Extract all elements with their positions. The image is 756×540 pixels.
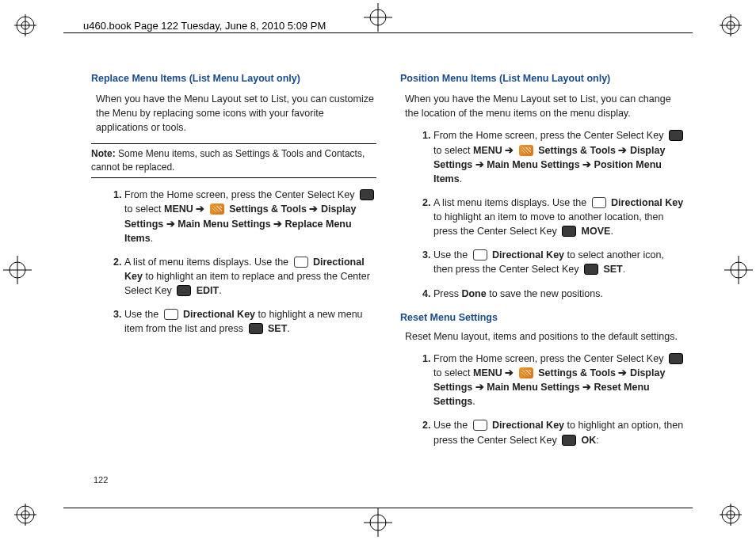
center-select-key-icon [360, 189, 374, 200]
main-menu-label: Main Menu Settings [487, 382, 579, 393]
center-select-key-icon [584, 264, 598, 275]
arrow-icon: ➔ [580, 382, 594, 393]
crop-target-icon [364, 508, 392, 537]
note-block: Note: Some Menu items, such as Settings … [91, 143, 376, 179]
step-4: Press Done to save the new positions. [433, 287, 685, 301]
settings-tools-icon [519, 367, 533, 378]
center-select-key-icon [562, 226, 576, 237]
page-number: 122 [94, 475, 108, 485]
arrow-icon: ➔ [502, 367, 517, 378]
step-text: to highlight an item to move to another … [433, 211, 663, 237]
section-heading-reset: Reset Menu Settings [400, 310, 685, 325]
header-text: u460.book Page 122 Tuesday, June 8, 2010… [83, 20, 330, 32]
set-label: SET [603, 264, 622, 275]
settings-tools-label: Settings & Tools [536, 145, 616, 156]
step-text: A list of menu items displays. Use the [124, 257, 292, 268]
step-text: Use the [124, 309, 162, 320]
directional-key-label: Directional Key [183, 309, 255, 320]
directional-key-icon [592, 197, 606, 208]
arrow-icon: ➔ [616, 145, 630, 156]
step-2: A list of menu items displays. Use the D… [124, 255, 376, 298]
step-text: Use the [433, 420, 471, 431]
center-select-key-icon [669, 130, 683, 141]
arrow-icon: ➔ [580, 159, 594, 170]
directional-key-icon [294, 257, 308, 268]
step-1: From the Home screen, press the Center S… [124, 188, 376, 245]
arrow-icon: ➔ [472, 382, 487, 393]
menu-label: MENU [473, 367, 502, 378]
right-column: Position Menu Items (List Menu Layout on… [400, 71, 685, 457]
crop-target-icon [724, 256, 753, 284]
reset-step-1: From the Home screen, press the Center S… [433, 352, 685, 409]
section-heading-position: Position Menu Items (List Menu Layout on… [400, 71, 685, 86]
settings-tools-label: Settings & Tools [536, 367, 616, 378]
menu-label: MENU [164, 203, 193, 215]
step-text: From the Home screen, press the Center S… [433, 353, 666, 364]
set-label: SET [268, 323, 287, 334]
step-3: Use the Directional Key to highlight a n… [124, 307, 376, 336]
step-text: to save the new positions. [487, 288, 603, 299]
center-select-key-icon [177, 285, 191, 296]
step-text: to select [124, 203, 164, 215]
done-label: Done [461, 288, 486, 299]
center-select-key-icon [669, 353, 683, 364]
move-label: MOVE [582, 226, 611, 237]
left-column: Replace Menu Items (List Menu Layout onl… [91, 71, 376, 457]
center-select-key-icon [562, 435, 576, 446]
main-menu-label: Main Menu Settings [487, 159, 579, 170]
directional-key-label: Directional Key [492, 249, 564, 260]
section-heading-replace: Replace Menu Items (List Menu Layout onl… [91, 71, 376, 86]
ok-label: OK [582, 435, 597, 446]
reset-step-2: Use the Directional Key to highlight an … [433, 418, 685, 447]
step-text: to select [433, 145, 473, 156]
registration-mark-icon [720, 504, 742, 526]
arrow-icon: ➔ [502, 145, 517, 156]
directional-key-label: Directional Key [611, 197, 683, 208]
arrow-icon: ➔ [163, 219, 178, 230]
note-label: Note: [91, 148, 116, 159]
registration-mark-icon [14, 504, 36, 526]
registration-mark-icon [14, 14, 36, 36]
settings-tools-icon [519, 145, 533, 156]
note-body: Some Menu items, such as Settings & Tool… [91, 148, 365, 173]
step-3: Use the Directional Key to select anothe… [433, 248, 685, 276]
step-text: to select [433, 367, 473, 378]
arrow-icon: ➔ [472, 159, 487, 170]
crop-target-icon [3, 256, 32, 284]
directional-key-icon [473, 249, 487, 260]
intro-paragraph: When you have the Menu Layout set to Lis… [91, 92, 376, 135]
main-menu-label: Main Menu Settings [178, 219, 270, 230]
intro-paragraph: Reset Menu layout, items and positions t… [400, 329, 685, 344]
edit-label: EDIT [197, 285, 219, 296]
step-text: From the Home screen, press the Center S… [124, 189, 357, 200]
center-select-key-icon [249, 323, 263, 334]
step-text: to highlight an item to replace and pres… [124, 271, 370, 296]
arrow-icon: ➔ [616, 367, 630, 378]
step-text: Use the [433, 249, 471, 260]
step-2: A list menu items displays. Use the Dire… [433, 196, 685, 238]
intro-paragraph: When you have the Menu Layout set to Lis… [400, 92, 685, 120]
step-text: From the Home screen, press the Center S… [433, 130, 666, 141]
step-text: Press [433, 288, 461, 299]
menu-label: MENU [473, 145, 502, 156]
directional-key-icon [473, 420, 487, 431]
directional-key-icon [164, 309, 178, 320]
footer-rule [63, 508, 693, 508]
arrow-icon: ➔ [193, 203, 208, 215]
directional-key-label: Directional Key [492, 420, 564, 431]
registration-mark-icon [720, 14, 742, 36]
arrow-icon: ➔ [271, 219, 285, 230]
step-1: From the Home screen, press the Center S… [433, 128, 685, 186]
settings-tools-icon [210, 203, 224, 215]
settings-tools-label: Settings & Tools [227, 203, 307, 215]
arrow-icon: ➔ [307, 203, 321, 215]
step-text: A list menu items displays. Use the [433, 197, 590, 208]
